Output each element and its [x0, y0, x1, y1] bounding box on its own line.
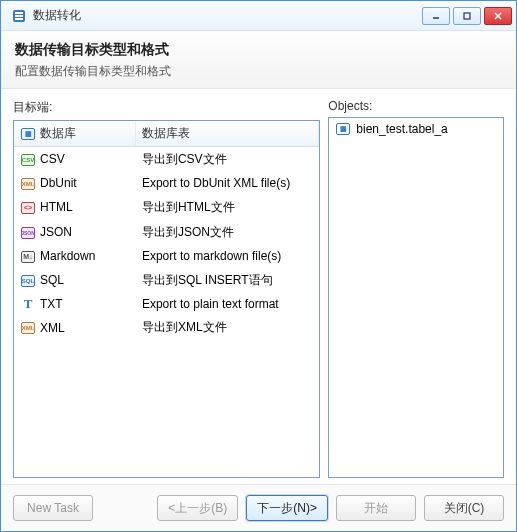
window-title: 数据转化	[33, 7, 422, 24]
dialog-window: 数据转化 数据传输目标类型和格式 配置数据传输目标类型和格式 目标端: ▦数据库	[0, 0, 517, 532]
table-row[interactable]: XMLXML导出到XML文件	[14, 315, 319, 340]
target-name: SQL	[40, 273, 64, 287]
target-desc: 导出到XML文件	[136, 315, 319, 340]
target-name: JSON	[40, 225, 72, 239]
objects-listbox[interactable]: ▦bien_test.tabel_a	[328, 117, 504, 478]
dialog-header: 数据传输目标类型和格式 配置数据传输目标类型和格式	[1, 31, 516, 89]
target-name: Markdown	[40, 249, 95, 263]
xml-icon: XML	[20, 321, 36, 335]
target-name: HTML	[40, 200, 73, 214]
svg-rect-3	[15, 18, 23, 20]
close-button[interactable]	[484, 7, 512, 25]
new-task-button[interactable]: New Task	[13, 495, 93, 521]
targets-table: ▦数据库 数据库表 CSVCSV导出到CSV文件XMLDbUnitExport …	[14, 121, 319, 340]
txt-icon: T	[20, 297, 36, 311]
xml-icon: XML	[20, 177, 36, 191]
back-button[interactable]: <上一步(B)	[157, 495, 238, 521]
targets-col-desc[interactable]: 数据库表	[136, 121, 319, 147]
objects-label: Objects:	[328, 99, 504, 113]
sql-icon: SQL	[20, 274, 36, 288]
close-dialog-button[interactable]: 关闭(C)	[424, 495, 504, 521]
csv-icon: CSV	[20, 153, 36, 167]
dialog-footer: New Task <上一步(B) 下一步(N)> 开始 关闭(C)	[1, 484, 516, 531]
targets-label: 目标端:	[13, 99, 320, 116]
target-name: DbUnit	[40, 176, 77, 190]
svg-rect-5	[464, 13, 470, 19]
list-item[interactable]: ▦bien_test.tabel_a	[329, 118, 503, 140]
svg-rect-2	[15, 15, 23, 17]
page-title: 数据传输目标类型和格式	[15, 41, 502, 59]
target-desc: 导出到HTML文件	[136, 195, 319, 220]
object-name: bien_test.tabel_a	[356, 122, 447, 136]
target-name: TXT	[40, 297, 63, 311]
database-icon: ▦	[20, 127, 36, 141]
window-buttons	[422, 7, 512, 25]
table-row[interactable]: M↓MarkdownExport to markdown file(s)	[14, 245, 319, 268]
targets-panel: 目标端: ▦数据库 数据库表 CSVCSV导出到CSV文件XMLDbUnitEx…	[13, 99, 320, 478]
table-row[interactable]: XMLDbUnitExport to DbUnit XML file(s)	[14, 172, 319, 195]
target-desc: Export to plain text format	[136, 293, 319, 316]
targets-listbox[interactable]: ▦数据库 数据库表 CSVCSV导出到CSV文件XMLDbUnitExport …	[13, 120, 320, 478]
table-icon: ▦	[335, 122, 351, 136]
target-desc: 导出到CSV文件	[136, 147, 319, 173]
target-name: CSV	[40, 152, 65, 166]
start-button[interactable]: 开始	[336, 495, 416, 521]
col-name-text: 数据库	[40, 126, 76, 140]
page-subtitle: 配置数据传输目标类型和格式	[15, 63, 502, 80]
md-icon: M↓	[20, 250, 36, 264]
table-row[interactable]: CSVCSV导出到CSV文件	[14, 147, 319, 173]
target-desc: 导出到JSON文件	[136, 220, 319, 245]
table-row[interactable]: <>HTML导出到HTML文件	[14, 195, 319, 220]
minimize-button[interactable]	[422, 7, 450, 25]
objects-panel: Objects: ▦bien_test.tabel_a	[328, 99, 504, 478]
targets-col-name[interactable]: ▦数据库	[14, 121, 136, 147]
html-icon: <>	[20, 201, 36, 215]
json-icon: JSON	[20, 226, 36, 240]
dialog-body: 目标端: ▦数据库 数据库表 CSVCSV导出到CSV文件XMLDbUnitEx…	[1, 89, 516, 484]
target-desc: 导出到SQL INSERT语句	[136, 268, 319, 293]
titlebar[interactable]: 数据转化	[1, 1, 516, 31]
target-desc: Export to markdown file(s)	[136, 245, 319, 268]
next-button[interactable]: 下一步(N)>	[246, 495, 328, 521]
maximize-button[interactable]	[453, 7, 481, 25]
table-row[interactable]: TTXTExport to plain text format	[14, 293, 319, 316]
app-icon	[11, 8, 27, 24]
table-row[interactable]: SQLSQL导出到SQL INSERT语句	[14, 268, 319, 293]
svg-rect-1	[15, 12, 23, 14]
targets-header-row[interactable]: ▦数据库 数据库表	[14, 121, 319, 147]
target-desc: Export to DbUnit XML file(s)	[136, 172, 319, 195]
table-row[interactable]: JSONJSON导出到JSON文件	[14, 220, 319, 245]
target-name: XML	[40, 321, 65, 335]
